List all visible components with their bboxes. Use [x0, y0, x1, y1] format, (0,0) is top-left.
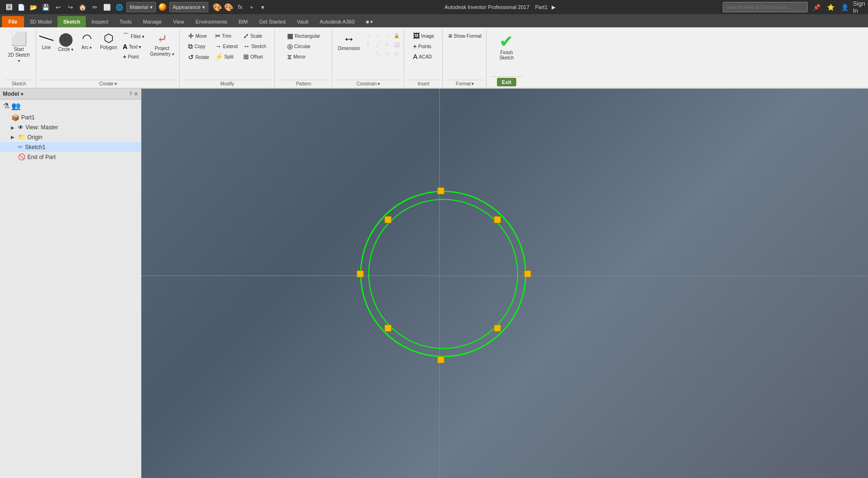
tab-getstarted[interactable]: Get Started	[254, 16, 291, 27]
line-btn[interactable]: ╲ Line	[40, 31, 54, 52]
format-dropdown-icon[interactable]: ▾	[471, 81, 474, 86]
text-btn[interactable]: A Text ▾	[121, 42, 146, 51]
tab-sketch[interactable]: Sketch	[58, 16, 86, 27]
constraint-3-btn[interactable]: ○	[383, 31, 391, 40]
scale-btn[interactable]: ⤢ Scale	[241, 31, 268, 41]
tab-inspect[interactable]: Inspect	[86, 16, 114, 27]
tab-file[interactable]: File	[2, 16, 24, 27]
plus-btn[interactable]: +	[246, 2, 256, 12]
sketch-btn[interactable]: ✏	[90, 2, 100, 12]
part1-expand[interactable]	[3, 114, 9, 121]
app-menu-btn[interactable]: 🅰	[4, 2, 14, 12]
constraint-9-btn[interactable]: ⌒	[364, 49, 372, 58]
constraint-5-btn[interactable]: ∥	[364, 40, 372, 49]
tab-manage[interactable]: Manage	[137, 16, 167, 27]
tab-view[interactable]: View	[167, 16, 190, 27]
create-dropdown-icon[interactable]: ▾	[115, 81, 117, 86]
color-picker2-btn[interactable]: 🎨	[223, 2, 234, 12]
help-icon[interactable]: ?	[129, 91, 132, 97]
offset-btn[interactable]: ⊞ Offset	[241, 52, 268, 61]
polygon-btn[interactable]: ⬡ Polygon	[98, 31, 119, 52]
handle-left[interactable]	[357, 271, 364, 277]
material-dropdown[interactable]: Material ▾	[126, 2, 156, 12]
tree-item-origin[interactable]: ▶ 📁 Origin	[0, 132, 141, 142]
close-icon[interactable]: ✕	[134, 91, 138, 97]
search-input[interactable]	[723, 2, 808, 12]
handle-bottom-left[interactable]	[385, 325, 391, 332]
circular-pattern-btn[interactable]: ◎ Circular	[285, 42, 322, 51]
split-btn[interactable]: ⚡ Split	[213, 52, 240, 61]
part-btn[interactable]: ⬜	[102, 2, 112, 12]
tab-tools[interactable]: Tools	[114, 16, 138, 27]
tab-bim[interactable]: BIM	[233, 16, 254, 27]
filter-icon[interactable]: ⚗	[3, 101, 9, 110]
tree-item-view-master[interactable]: ▶ 👁 View: Master	[0, 123, 141, 132]
handle-top[interactable]	[438, 188, 444, 194]
copy-btn[interactable]: ⧉ Copy	[186, 42, 211, 51]
handle-right[interactable]	[524, 271, 531, 277]
fillet-btn[interactable]: ⌒ Fillet ▾	[121, 31, 146, 42]
constraint-7-btn[interactable]: ≡	[383, 40, 391, 49]
dimension-btn[interactable]: ↔ Dimension	[336, 31, 362, 53]
pin-btn[interactable]: 📌	[811, 2, 822, 12]
tree-item-part1[interactable]: 📦 Part1	[0, 112, 141, 123]
project-geometry-btn[interactable]: ⤶ ProjectGeometry ▾	[148, 31, 176, 59]
constraint-2-btn[interactable]: ⊥	[373, 31, 382, 40]
signin-btn[interactable]: Sign In	[854, 2, 864, 12]
arc-btn[interactable]: ◠ Arc ▾	[77, 31, 96, 52]
canvas[interactable]	[141, 89, 868, 478]
points-btn[interactable]: + Points	[411, 42, 436, 51]
circle-btn[interactable]: ⬤ Circle ▾	[56, 31, 75, 54]
constraint-11-btn[interactable]: ⊂	[383, 49, 391, 58]
constraint-12-btn[interactable]: ⊡	[392, 49, 401, 58]
move-btn[interactable]: ✛ Move	[186, 31, 211, 41]
handle-top-left[interactable]	[385, 217, 391, 223]
constrain-dropdown-icon[interactable]: ▾	[378, 81, 380, 86]
handle-top-right[interactable]	[494, 217, 501, 223]
mirror-btn[interactable]: ⧖ Mirror	[285, 52, 322, 62]
constraint-8-btn[interactable]: ⬜	[392, 40, 401, 49]
extend-btn[interactable]: → Extend	[213, 42, 240, 51]
acad-btn[interactable]: A ACAD	[411, 52, 436, 61]
tab-a360[interactable]: Autodesk A360	[314, 16, 360, 27]
trim-btn[interactable]: ✂ Trim	[213, 31, 240, 41]
handle-bottom[interactable]	[438, 357, 444, 363]
rotate-btn[interactable]: ↺ Rotate	[186, 52, 211, 62]
show-format-btn[interactable]: ≡ Show Format	[446, 31, 484, 41]
point-btn[interactable]: + Point	[121, 52, 146, 61]
globe-btn[interactable]: 🌐	[114, 2, 124, 12]
view-master-expand[interactable]: ▶	[9, 124, 16, 131]
constraint-1-btn[interactable]: ⊣	[364, 31, 372, 40]
finish-sketch-btn[interactable]: ✔ FinishSketch	[496, 31, 518, 62]
color-picker-btn[interactable]: 🎨	[212, 2, 223, 12]
start-2d-sketch-btn[interactable]: ⬜ Start2D Sketch ▾	[5, 31, 33, 65]
account-btn[interactable]: 👤	[840, 2, 850, 12]
tab-environments[interactable]: Environments	[190, 16, 233, 27]
users-icon[interactable]: 👥	[11, 101, 21, 110]
home-btn[interactable]: 🏠	[77, 2, 88, 12]
tab-vault[interactable]: Vault	[291, 16, 314, 27]
open-btn[interactable]: 📂	[28, 2, 39, 12]
handle-bottom-right[interactable]	[494, 325, 501, 332]
save-btn[interactable]: 💾	[41, 2, 51, 12]
more-btn[interactable]: ▾	[257, 2, 268, 12]
constraint-4-btn[interactable]: 🔒	[392, 31, 401, 40]
fx-btn[interactable]: fx	[235, 2, 245, 12]
undo-btn[interactable]: ↩	[53, 2, 63, 12]
exit-btn[interactable]: Exit	[497, 78, 516, 86]
origin-expand[interactable]: ▶	[9, 134, 16, 141]
tree-item-sketch1[interactable]: ✏ Sketch1	[0, 142, 141, 152]
rectangular-btn[interactable]: ▦ Rectangular	[285, 31, 322, 41]
new-btn[interactable]: 📄	[16, 2, 26, 12]
tab-3dmodel[interactable]: 3D Model	[24, 16, 58, 27]
stretch-btn[interactable]: ↔ Stretch	[241, 42, 268, 51]
constraint-10-btn[interactable]: ╲	[373, 49, 382, 58]
image-btn[interactable]: 🖼 Image	[411, 31, 436, 41]
tab-more[interactable]: ■▾	[360, 16, 379, 27]
redo-btn[interactable]: ↪	[65, 2, 75, 12]
constraint-6-btn[interactable]: ╱	[373, 40, 382, 49]
sidebar-title-dropdown-icon[interactable]: ▾	[21, 92, 23, 97]
appearance-dropdown[interactable]: Appearance ▾	[169, 2, 208, 12]
tree-item-end-of-part[interactable]: 🚫 End of Part	[0, 152, 141, 162]
star-btn[interactable]: ⭐	[826, 2, 836, 12]
